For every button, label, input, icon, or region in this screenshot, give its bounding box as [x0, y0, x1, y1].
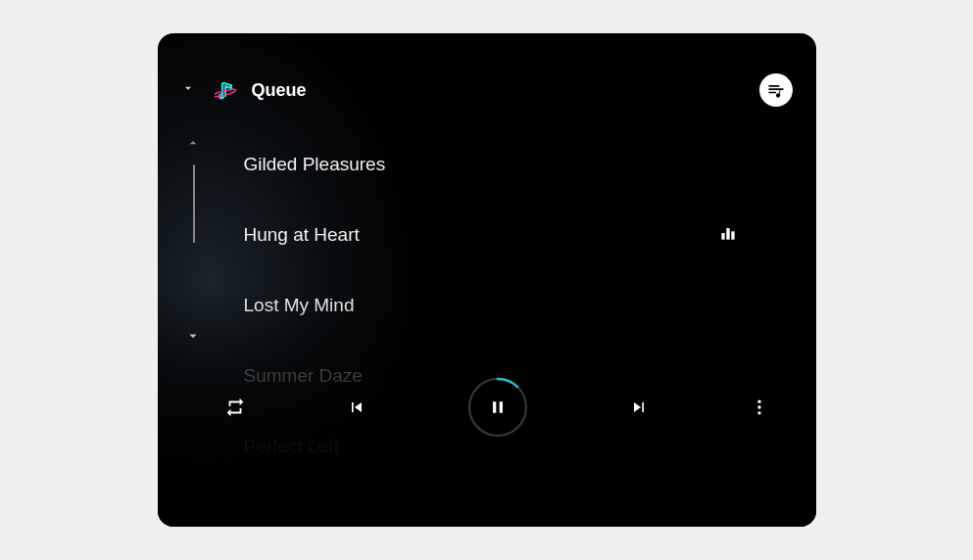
next-button[interactable] — [629, 397, 649, 417]
play-pause-button[interactable] — [467, 377, 528, 438]
scroll-indicator — [193, 164, 195, 243]
queue-item-label: Hung at Heart — [244, 224, 360, 246]
previous-button[interactable] — [347, 397, 366, 417]
svg-rect-4 — [731, 231, 734, 239]
svg-point-7 — [757, 400, 760, 403]
progress-ring-icon — [467, 377, 528, 438]
repeat-button[interactable] — [224, 397, 246, 418]
queue-item[interactable]: Lost My Mind — [244, 270, 757, 341]
equalizer-icon — [718, 223, 738, 247]
queue-item-label: Lost My Mind — [244, 295, 355, 316]
music-player-panel: Queue Gilded Pleasures Hung at Heart — [158, 33, 816, 527]
more-button[interactable] — [750, 397, 769, 417]
playlist-button[interactable] — [759, 73, 793, 107]
player-header: Queue — [181, 70, 793, 110]
svg-point-8 — [757, 405, 760, 408]
queue-item[interactable]: Hung at Heart — [244, 200, 757, 270]
player-controls — [217, 376, 777, 439]
svg-rect-2 — [721, 233, 724, 240]
chevron-up-icon[interactable] — [183, 135, 203, 151]
header-title: Queue — [252, 80, 307, 101]
chevron-down-icon[interactable] — [183, 327, 203, 345]
queue-item-label: Gilded Pleasures — [244, 154, 386, 175]
dropdown-caret-icon[interactable] — [181, 81, 195, 99]
app-logo-icon — [215, 78, 238, 102]
queue-item[interactable]: Gilded Pleasures — [244, 129, 757, 200]
queue-item-label: Perfect Left — [244, 436, 339, 457]
svg-point-9 — [757, 411, 760, 414]
svg-rect-3 — [726, 228, 729, 240]
